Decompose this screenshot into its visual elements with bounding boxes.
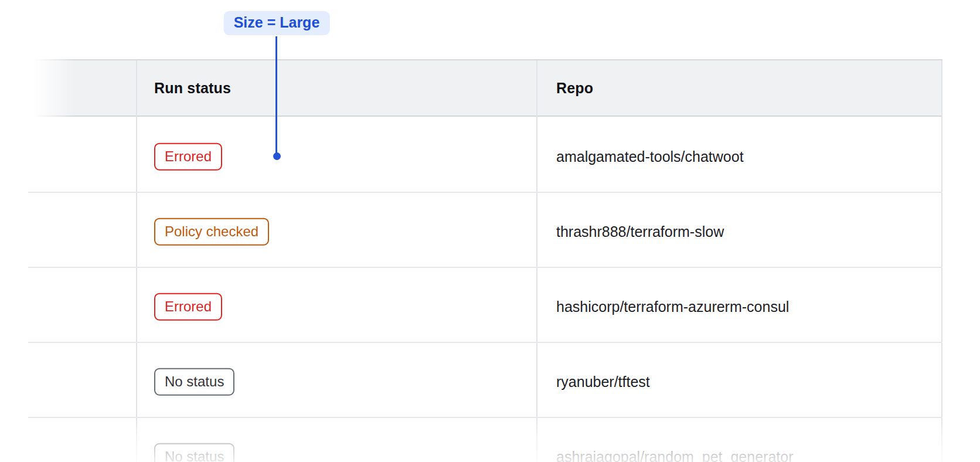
table-row[interactable]: Errored amalgamated-tools/chatwoot bbox=[28, 117, 942, 192]
run-status-cell: Errored bbox=[154, 143, 222, 171]
run-status-badge-label: Errored bbox=[165, 148, 212, 164]
run-status-badge: No status bbox=[154, 368, 234, 396]
column-header-repo: Repo bbox=[556, 60, 593, 116]
run-status-cell: No status bbox=[154, 443, 234, 462]
run-status-cell: No status bbox=[154, 368, 234, 396]
run-status-cell: Policy checked bbox=[154, 218, 269, 246]
run-status-badge-label: Errored bbox=[165, 298, 212, 314]
run-status-badge: Errored bbox=[154, 293, 222, 321]
repo-cell: thrashr888/terraform-slow bbox=[556, 223, 724, 240]
run-status-badge: No status bbox=[154, 443, 234, 462]
run-status-badge-label: No status bbox=[165, 449, 224, 462]
run-status-badge-label: No status bbox=[165, 373, 224, 389]
table-row[interactable]: No status ryanuber/tftest bbox=[28, 342, 942, 417]
run-status-badge: Errored bbox=[154, 143, 222, 171]
annotation-pointer-dot bbox=[273, 152, 281, 160]
table-row[interactable]: Errored hashicorp/terraform-azurerm-cons… bbox=[28, 267, 942, 342]
size-large-annotation-label: Size = Large bbox=[224, 11, 330, 35]
table-row[interactable]: Policy checked thrashr888/terraform-slow bbox=[28, 192, 942, 267]
screenshot-canvas: Run status Repo Errored amalgamated-tool… bbox=[0, 0, 980, 462]
run-status-badge: Policy checked bbox=[154, 218, 269, 246]
repo-cell: ashrajagopal/random_pet_generator bbox=[556, 449, 793, 462]
repo-cell: amalgamated-tools/chatwoot bbox=[556, 148, 744, 165]
table-row[interactable]: No status ashrajagopal/random_pet_genera… bbox=[28, 417, 942, 462]
repo-cell: hashicorp/terraform-azurerm-consul bbox=[556, 298, 789, 315]
annotation-pointer-line bbox=[275, 36, 277, 154]
column-header-run-status: Run status bbox=[154, 60, 231, 116]
repo-cell: ryanuber/tftest bbox=[556, 373, 650, 390]
run-status-badge-label: Policy checked bbox=[165, 223, 258, 239]
run-status-cell: Errored bbox=[154, 293, 222, 321]
header-left-fade bbox=[28, 58, 75, 118]
